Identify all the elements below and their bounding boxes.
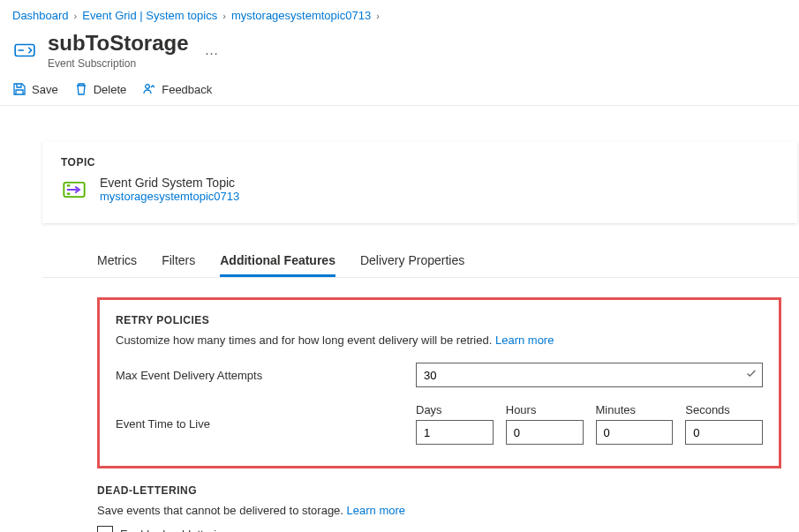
- chevron-right-icon: ›: [222, 11, 226, 21]
- chevron-right-icon: ›: [74, 11, 78, 21]
- topic-card: TOPIC Event Grid System Topic mystorages…: [42, 141, 797, 223]
- chevron-right-icon: ›: [376, 11, 380, 21]
- ttl-label: Event Time to Live: [116, 417, 416, 431]
- breadcrumb: Dashboard › Event Grid | System topics ›…: [0, 0, 799, 27]
- event-grid-topic-icon: [61, 176, 87, 203]
- tab-filters[interactable]: Filters: [162, 244, 195, 277]
- feedback-icon: [142, 82, 156, 96]
- dead-lettering-learn-more-link[interactable]: Learn more: [347, 504, 405, 517]
- ttl-days-label: Days: [416, 403, 494, 416]
- ttl-days-input[interactable]: [416, 420, 494, 445]
- page-title: subToStorage: [48, 31, 189, 56]
- topic-type: Event Grid System Topic: [100, 176, 239, 190]
- retry-policies-title: RETRY POLICIES: [116, 314, 763, 326]
- max-attempts-label: Max Event Delivery Attempts: [116, 369, 416, 382]
- retry-policies-section: RETRY POLICIES Customize how many times …: [97, 297, 781, 468]
- retry-learn-more-link[interactable]: Learn more: [495, 333, 554, 347]
- subscription-icon: [12, 38, 37, 63]
- topic-name-link[interactable]: mystoragesystemtopic0713: [100, 190, 239, 203]
- max-attempts-input[interactable]: [416, 363, 763, 387]
- breadcrumb-item[interactable]: mystoragesystemtopic0713: [231, 9, 371, 22]
- svg-rect-3: [67, 184, 71, 186]
- ttl-hours-label: Hours: [506, 403, 584, 416]
- tab-delivery-properties[interactable]: Delivery Properties: [360, 244, 464, 277]
- trash-icon: [74, 82, 88, 96]
- ttl-minutes-label: Minutes: [596, 403, 674, 416]
- check-icon: [745, 368, 758, 383]
- command-bar: Save Delete Feedback: [0, 70, 799, 106]
- save-icon: [12, 82, 26, 96]
- ttl-seconds-input[interactable]: [685, 420, 763, 445]
- enable-dead-lettering-checkbox[interactable]: [97, 526, 113, 532]
- svg-rect-4: [67, 192, 71, 194]
- page-subtitle: Event Subscription: [48, 57, 189, 70]
- feedback-button[interactable]: Feedback: [142, 82, 212, 96]
- ttl-hours-input[interactable]: [506, 420, 584, 445]
- dead-lettering-title: DEAD-LETTERING: [97, 484, 781, 497]
- save-button[interactable]: Save: [12, 82, 58, 96]
- enable-dead-lettering-label: Enable dead-lettering: [120, 528, 230, 533]
- tab-additional-features[interactable]: Additional Features: [220, 244, 335, 277]
- dead-lettering-description: Save events that cannot be delivered to …: [97, 504, 781, 517]
- ttl-seconds-label: Seconds: [685, 403, 763, 416]
- breadcrumb-item[interactable]: Event Grid | System topics: [82, 9, 217, 22]
- retry-policies-description: Customize how many times and for how lon…: [116, 333, 763, 347]
- delete-button[interactable]: Delete: [74, 82, 127, 96]
- topic-section-label: TOPIC: [61, 156, 779, 169]
- ttl-minutes-input[interactable]: [596, 420, 674, 445]
- breadcrumb-item[interactable]: Dashboard: [12, 9, 69, 22]
- tabs: Metrics Filters Additional Features Deli…: [42, 244, 799, 278]
- svg-point-1: [146, 85, 150, 89]
- page-header: subToStorage Event Subscription …: [0, 27, 799, 70]
- more-actions-button[interactable]: …: [200, 42, 219, 58]
- dead-lettering-section: DEAD-LETTERING Save events that cannot b…: [97, 484, 781, 532]
- tab-metrics[interactable]: Metrics: [97, 244, 137, 277]
